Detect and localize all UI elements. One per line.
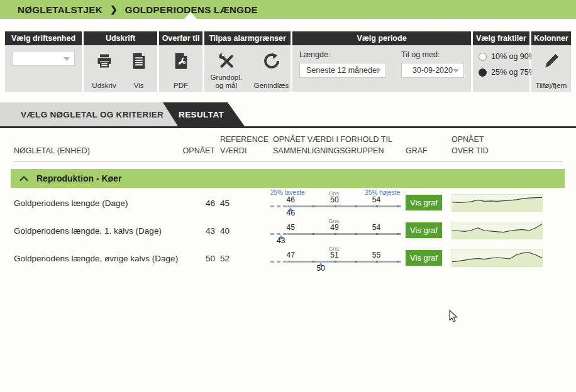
fractile-scale: 25% laveste Gns. 25% højeste 46 50 54 46 xyxy=(270,189,401,217)
fractile-scale: Gns. 45 49 54 43 xyxy=(270,217,401,244)
pencil-icon xyxy=(541,51,562,71)
table-row: Goldperiodens længde, 1. kalvs (Dage) 43… xyxy=(0,217,576,244)
tools-icon xyxy=(216,51,236,71)
sparkline-chart xyxy=(451,222,543,239)
collapse-chevron-up-icon[interactable] xyxy=(19,173,28,184)
tab-vaelg-noegletal[interactable]: VÆLG NØGLETAL OG KRITERIER xyxy=(0,102,178,126)
sparkline-svg xyxy=(452,250,542,266)
fractile-scale: Gns. 47 51 55 50 xyxy=(270,244,401,272)
row-name: Goldperiodens længde, 1. kalvs (Dage) xyxy=(14,226,181,236)
pdf-icon xyxy=(171,51,191,71)
radio-unchecked-icon[interactable] xyxy=(479,53,487,61)
group-title: Vælg periode xyxy=(292,31,471,45)
group-vaelg-periode: Vælg periode Længde: Seneste 12 måneder … xyxy=(292,31,471,92)
vis-button[interactable]: Vis xyxy=(129,51,149,90)
scale-avg-value: 50 xyxy=(330,195,338,204)
vis-graf-button[interactable]: Vis graf xyxy=(406,195,442,210)
group-vaelg-driftsenhed: Vælg driftsenhed xyxy=(5,31,82,92)
refresh-icon xyxy=(262,51,282,71)
group-title: Udskrift xyxy=(84,31,157,45)
driftsenhed-dropdown[interactable] xyxy=(12,51,75,66)
section-title: Reproduktion - Køer xyxy=(36,173,121,183)
header-divider xyxy=(14,161,562,162)
group-kolonner: Kolonner Tilføj/fjern xyxy=(531,31,571,92)
col-opnaaet-over-tid: OPNÅET OVER TID xyxy=(451,134,489,156)
group-title: Overfør til xyxy=(159,31,202,45)
col-graf: GRAF xyxy=(406,145,428,156)
document-icon xyxy=(129,51,149,71)
laengde-label: Længde: xyxy=(299,50,386,59)
udskriv-button[interactable]: Udskriv xyxy=(92,51,116,90)
active-page-notch xyxy=(184,12,197,19)
tilfoej-fjern-button[interactable]: Tilføj/fjern xyxy=(535,51,567,90)
row-name: Goldperiodens længde (Dage) xyxy=(14,199,181,208)
row-reference-value: 40 xyxy=(220,226,230,236)
table-row: Goldperiodens længde, øvrige kalvs (Dage… xyxy=(0,244,576,272)
sparkline-svg xyxy=(452,222,542,239)
row-reference-value: 52 xyxy=(220,254,230,263)
chevron-down-icon xyxy=(453,69,459,73)
toolbar: Vælg driftsenhed Udskrift Udskriv Vis xyxy=(5,31,576,92)
scale-achieved-value: 43 xyxy=(277,236,285,245)
chevron-down-icon xyxy=(375,69,381,73)
laengde-dropdown[interactable]: Seneste 12 måneder xyxy=(299,63,386,78)
breadcrumb-root[interactable]: NØGLETALSTJEK xyxy=(18,4,102,15)
tab-bar: RESULTAT VÆLG NØGLETAL OG KRITERIER xyxy=(0,102,576,126)
scale-high-value: 54 xyxy=(372,195,380,204)
scale-low-value: 46 xyxy=(287,195,295,204)
group-udskrift: Udskrift Udskriv Vis xyxy=(84,31,157,92)
group-overfoer-til: Overfør til PDF xyxy=(159,31,202,92)
group-title: Vælg driftsenhed xyxy=(5,31,82,45)
group-title: Kolonner xyxy=(531,31,571,45)
til-og-med-label: Til og med: xyxy=(401,50,464,59)
scale-avg-value: 51 xyxy=(330,251,338,259)
row-opnaaet-value: 46 xyxy=(176,199,215,208)
col-noegletal: NØGLETAL (ENHED) xyxy=(14,145,90,156)
grundopl-og-maal-button[interactable]: Grundopl. og mål xyxy=(206,51,246,90)
fraktil-option-10-90[interactable]: 10% og 90% xyxy=(479,52,536,61)
printer-icon xyxy=(94,51,114,71)
scale-low-value: 45 xyxy=(287,223,295,232)
group-tilpas-alarmgraenser: Tilpas alarmgrænser Grundopl. og mål Gen… xyxy=(204,31,291,92)
col-referencevaerdi: REFERENCE VÆRDI xyxy=(220,134,269,156)
table-row: Goldperiodens længde (Dage) 46 45 25% la… xyxy=(0,189,576,217)
top-green-bar: NØGLETALSTJEK ❯ GOLDPERIODENS LÆNGDE xyxy=(0,0,576,19)
sparkline-svg xyxy=(452,195,542,211)
scale-achieved-value: 50 xyxy=(316,264,325,273)
row-opnaaet-value: 50 xyxy=(176,254,215,263)
scale-track xyxy=(270,233,401,235)
scale-high-value: 54 xyxy=(372,223,380,232)
scale-low-value: 47 xyxy=(287,251,295,259)
scale-achieved-value: 46 xyxy=(286,209,295,217)
col-opnaaet: OPNÅET xyxy=(176,145,215,156)
sparkline-chart xyxy=(451,194,543,212)
col-forhold-til-gruppen: OPNÅET VÆRDI I FORHOLD TIL SAMMENLIGNING… xyxy=(273,134,392,156)
group-vaelg-fraktiler: Vælg fraktiler 10% og 90% 25% og 75% xyxy=(473,31,529,92)
row-name: Goldperiodens længde, øvrige kalvs (Dage… xyxy=(14,254,181,263)
scale-track xyxy=(270,261,401,263)
sparkline-chart xyxy=(451,249,543,267)
table-header: NØGLETAL (ENHED) OPNÅET REFERENCE VÆRDI … xyxy=(0,128,576,162)
row-opnaaet-value: 43 xyxy=(176,226,215,236)
vis-graf-button[interactable]: Vis graf xyxy=(406,250,442,266)
row-reference-value: 45 xyxy=(220,199,230,208)
scale-avg-value: 49 xyxy=(330,223,338,232)
chevron-down-icon xyxy=(64,57,70,61)
vis-graf-button[interactable]: Vis graf xyxy=(406,222,442,238)
pdf-button[interactable]: PDF xyxy=(171,51,191,90)
genindlaes-button[interactable]: Genindlæs xyxy=(254,51,289,90)
section-reproduktion-koeer[interactable]: Reproduktion - Køer xyxy=(11,169,565,188)
fraktil-option-25-75[interactable]: 25% og 75% xyxy=(479,68,536,77)
mouse-cursor xyxy=(449,310,459,326)
scale-high-value: 55 xyxy=(372,251,380,259)
group-title: Tilpas alarmgrænser xyxy=(204,31,291,45)
til-og-med-dropdown[interactable]: 30-09-2020 xyxy=(401,63,464,78)
group-title: Vælg fraktiler xyxy=(473,31,529,45)
breadcrumb-separator-icon: ❯ xyxy=(110,4,118,14)
radio-checked-icon[interactable] xyxy=(479,68,487,77)
